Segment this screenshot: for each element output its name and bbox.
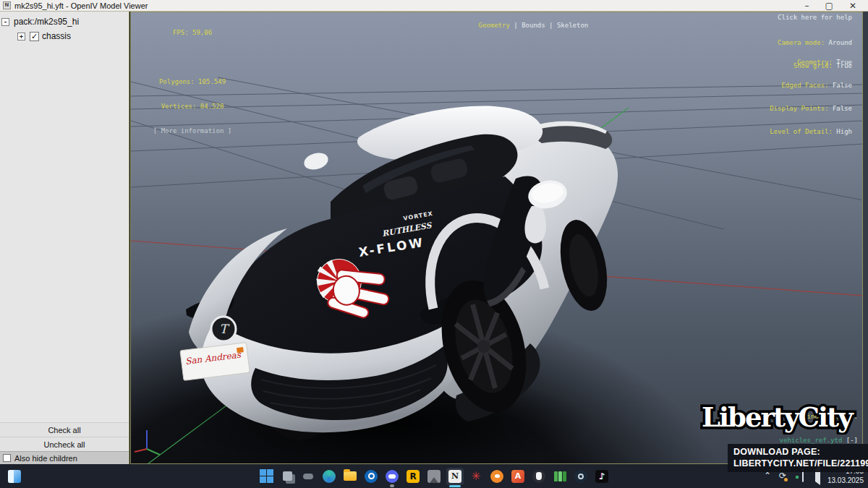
model-viewport[interactable]: T San Andreas VORTEX RUTHLESS X-FLOW bbox=[130, 12, 863, 464]
epic-games-icon[interactable] bbox=[530, 468, 548, 485]
paint-net-icon[interactable]: ✳ bbox=[467, 468, 485, 485]
rockstar-games-icon[interactable]: R bbox=[404, 468, 422, 485]
tab-skeleton[interactable]: Skeleton bbox=[557, 22, 588, 29]
vertices-readout: Vertices: 84.528 bbox=[138, 103, 247, 111]
texture-name: vehicles_ref.ytd bbox=[780, 437, 843, 444]
window-titlebar: N mk2s95_hi.yft - OpenIV Model Viewer – … bbox=[0, 0, 868, 12]
level-of-detail-label: Level of Detail: bbox=[770, 128, 833, 135]
download-page-banner: DOWNLOAD PAGE: LIBERTYCITY.NET/FILE/2211… bbox=[728, 444, 868, 472]
widgets-icon[interactable] bbox=[6, 468, 23, 485]
uncheck-all-button[interactable]: Uncheck all bbox=[0, 437, 129, 451]
task-view-icon[interactable] bbox=[278, 468, 296, 485]
edge-browser-icon[interactable] bbox=[320, 468, 338, 485]
wallet-icon[interactable] bbox=[551, 468, 569, 485]
libertycity-logo: LibertyCity bbox=[700, 398, 867, 435]
tiktok-icon[interactable]: ♪ bbox=[593, 468, 610, 485]
tree-chassis-label: chassis bbox=[42, 31, 71, 41]
also-hide-children-row: Also hide children bbox=[0, 451, 129, 464]
left-mirror bbox=[302, 150, 331, 173]
check-all-button[interactable]: Check all bbox=[0, 422, 129, 437]
render-stats: FPS: 59,06 Polygons: 105.549 Vertices: 8… bbox=[138, 13, 247, 152]
screen: N mk2s95_hi.yft - OpenIV Model Viewer – … bbox=[0, 0, 868, 488]
libertycity-logo-text: LibertyCity bbox=[702, 401, 854, 433]
clock-date: 13.03.2025 bbox=[827, 476, 864, 485]
outlook-icon[interactable] bbox=[362, 468, 380, 485]
display-settings: Geometry: True Edged Faces: False Displa… bbox=[770, 43, 852, 151]
edged-faces-label: Edged Faces: bbox=[781, 82, 828, 89]
brand-badge: T bbox=[211, 317, 236, 341]
geometry-label: Geometry: bbox=[797, 59, 833, 66]
start-button-icon[interactable] bbox=[258, 468, 275, 485]
tree-root-label: pack:/mk2s95_hi bbox=[14, 17, 79, 27]
window-edge bbox=[863, 12, 868, 464]
tab-separator: | bbox=[510, 22, 522, 29]
tree-item-chassis[interactable]: + ✓ chassis bbox=[1, 29, 127, 43]
chassis-checkbox[interactable]: ✓ bbox=[30, 32, 39, 41]
edged-faces-value: False bbox=[828, 82, 852, 89]
minimize-button[interactable]: – bbox=[805, 1, 809, 11]
close-button[interactable]: ✕ bbox=[849, 1, 856, 11]
download-page-url: LIBERTYCITY.NET/FILE/221199 bbox=[733, 458, 862, 469]
display-points-value: False bbox=[828, 105, 852, 112]
also-hide-children-checkbox[interactable] bbox=[3, 454, 11, 462]
openiv-icon[interactable]: N bbox=[446, 468, 464, 485]
openiv-app-icon: N bbox=[3, 1, 11, 9]
search-icon[interactable] bbox=[299, 468, 317, 485]
discord-icon[interactable] bbox=[383, 468, 401, 485]
also-hide-children-label: Also hide children bbox=[14, 454, 77, 463]
polygons-readout: Polygons: 105.549 bbox=[138, 78, 247, 87]
tree-empty-area bbox=[0, 46, 129, 422]
tree-item-root[interactable]: - pack:/mk2s95_hi bbox=[1, 14, 127, 29]
more-information-link[interactable]: [ More information ] bbox=[138, 127, 247, 136]
tab-geometry[interactable]: Geometry bbox=[479, 22, 510, 29]
fps-readout: FPS: 59,06 bbox=[138, 29, 247, 38]
tab-separator: | bbox=[545, 22, 557, 29]
geometry-value: True bbox=[833, 59, 852, 66]
file-explorer-icon[interactable] bbox=[341, 468, 359, 485]
model-tree-panel: - pack:/mk2s95_hi + ✓ chassis Check all … bbox=[0, 12, 129, 464]
texture-remove-button[interactable]: [-] bbox=[842, 437, 858, 444]
maximize-button[interactable]: ▢ bbox=[825, 1, 833, 11]
window-title: mk2s95_hi.yft - OpenIV Model Viewer bbox=[14, 1, 148, 10]
view-mode-tabs: Geometry | Bounds | Skeleton bbox=[455, 14, 588, 38]
help-link[interactable]: Click here for help bbox=[778, 14, 852, 22]
gimp-icon[interactable] bbox=[425, 468, 443, 485]
amd-software-icon[interactable]: A bbox=[509, 468, 527, 485]
tab-bounds[interactable]: Bounds bbox=[522, 22, 545, 29]
level-of-detail-value: High bbox=[833, 128, 852, 135]
display-points-label: Display Points: bbox=[770, 105, 828, 112]
blender-icon[interactable] bbox=[488, 468, 506, 485]
collapse-icon[interactable]: - bbox=[1, 18, 9, 26]
steam-icon[interactable] bbox=[572, 468, 590, 485]
expand-icon[interactable]: + bbox=[17, 33, 25, 40]
download-page-label: DOWNLOAD PAGE: bbox=[733, 446, 862, 458]
